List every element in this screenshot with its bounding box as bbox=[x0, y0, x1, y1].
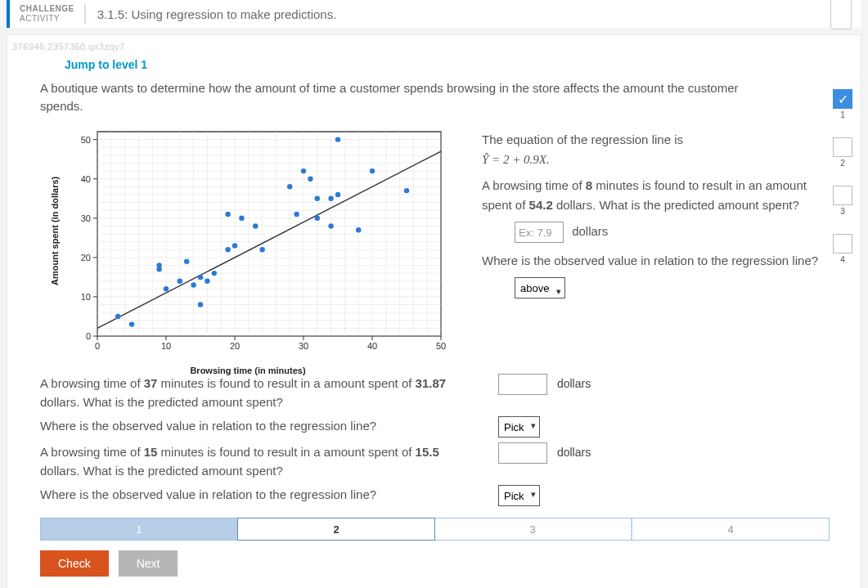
answer-5-unit: dollars bbox=[557, 446, 591, 459]
svg-point-89 bbox=[212, 271, 217, 276]
svg-text:20: 20 bbox=[81, 253, 91, 263]
svg-point-85 bbox=[191, 282, 196, 287]
answer-3-input[interactable] bbox=[498, 374, 547, 395]
svg-text:30: 30 bbox=[299, 341, 308, 351]
answer-5-input[interactable] bbox=[498, 442, 547, 464]
answer-6-select[interactable]: Pick bbox=[498, 485, 540, 506]
svg-point-105 bbox=[335, 192, 340, 197]
answer-1-unit: dollars bbox=[572, 224, 608, 238]
svg-point-86 bbox=[198, 302, 203, 307]
svg-point-93 bbox=[239, 216, 244, 221]
svg-point-94 bbox=[253, 223, 258, 228]
svg-point-95 bbox=[259, 247, 264, 252]
svg-point-90 bbox=[225, 212, 230, 217]
svg-point-107 bbox=[370, 168, 375, 173]
badge-line2: ACTIVITY bbox=[20, 14, 60, 23]
question-6: Where is the observed value in relation … bbox=[40, 485, 482, 506]
svg-text:10: 10 bbox=[81, 292, 91, 302]
svg-point-104 bbox=[335, 137, 340, 141]
progress-3[interactable]: 3 bbox=[434, 518, 632, 540]
answer-5-row: dollars bbox=[498, 442, 768, 480]
svg-text:10: 10 bbox=[161, 341, 171, 351]
svg-text:50: 50 bbox=[436, 341, 446, 351]
svg-point-79 bbox=[129, 321, 134, 326]
svg-line-77 bbox=[97, 151, 441, 328]
svg-text:0: 0 bbox=[95, 341, 100, 351]
equation: Ŷ = 2 + 0.9X. bbox=[482, 153, 550, 166]
svg-point-96 bbox=[287, 184, 292, 189]
answer-1-row: dollars bbox=[482, 222, 821, 243]
jump-to-level-link[interactable]: Jump to level 1 bbox=[7, 52, 861, 79]
svg-point-88 bbox=[205, 278, 209, 283]
bookmark-icon[interactable] bbox=[830, 0, 852, 29]
svg-point-101 bbox=[315, 216, 320, 221]
svg-point-106 bbox=[356, 227, 361, 232]
svg-point-102 bbox=[328, 223, 333, 228]
answer-2-row: above bbox=[482, 277, 821, 298]
svg-point-97 bbox=[294, 212, 299, 217]
progress-bar: 1 2 3 4 bbox=[40, 518, 830, 541]
answer-1-input[interactable] bbox=[515, 222, 564, 243]
svg-point-82 bbox=[164, 286, 169, 291]
header: CHALLENGE ACTIVITY 3.1.5: Using regressi… bbox=[7, 0, 861, 28]
svg-point-103 bbox=[328, 196, 333, 201]
svg-point-99 bbox=[308, 176, 313, 181]
svg-text:20: 20 bbox=[230, 341, 240, 351]
next-button[interactable]: Next bbox=[119, 550, 178, 577]
answer-6-row: Pick bbox=[498, 485, 768, 506]
svg-point-98 bbox=[301, 168, 306, 173]
svg-text:40: 40 bbox=[81, 174, 91, 184]
svg-point-92 bbox=[232, 243, 237, 248]
svg-text:40: 40 bbox=[367, 341, 377, 351]
answer-3-row: dollars bbox=[498, 374, 768, 411]
question-3: A browsing time of 37 minutes is found t… bbox=[40, 374, 482, 411]
svg-text:30: 30 bbox=[81, 213, 91, 223]
question-2: Where is the observed value in relation … bbox=[482, 251, 821, 271]
svg-point-81 bbox=[156, 267, 161, 272]
qx-id: 376946.2357360.qx3zqy7 bbox=[7, 42, 861, 52]
svg-text:0: 0 bbox=[86, 331, 91, 341]
svg-point-100 bbox=[315, 196, 320, 201]
challenge-badge: CHALLENGE ACTIVITY bbox=[10, 4, 86, 24]
progress-4[interactable]: 4 bbox=[632, 518, 829, 540]
chart-svg: 0102030405001020304050 bbox=[73, 127, 449, 357]
svg-point-83 bbox=[178, 278, 182, 283]
activity-card: 376946.2357360.qx3zqy7 Jump to level 1 ✓… bbox=[7, 34, 861, 588]
progress-2[interactable]: 2 bbox=[237, 518, 435, 541]
y-axis-label: Amount spent (in dollars) bbox=[50, 177, 60, 285]
svg-point-78 bbox=[115, 314, 120, 319]
answer-4-select[interactable]: Pick bbox=[498, 416, 540, 438]
svg-point-108 bbox=[404, 188, 409, 193]
scatter-chart: 0102030405001020304050 Amount spent (in … bbox=[40, 127, 456, 372]
answer-4-row: Pick bbox=[498, 416, 768, 438]
x-axis-label: Browsing time (in minutes) bbox=[190, 366, 305, 375]
eq-intro-text: The equation of the regression line is bbox=[482, 132, 683, 146]
question-4: Where is the observed value in relation … bbox=[40, 416, 482, 438]
svg-point-87 bbox=[198, 275, 203, 280]
svg-point-91 bbox=[225, 247, 230, 252]
answer-3-unit: dollars bbox=[557, 377, 591, 390]
svg-point-84 bbox=[184, 258, 189, 263]
problem-prompt: A boutique wants to determine how the am… bbox=[40, 79, 830, 115]
question-1: A browsing time of 8 minutes is found to… bbox=[482, 176, 821, 215]
equation-intro: The equation of the regression line is Ŷ… bbox=[482, 130, 821, 169]
svg-text:50: 50 bbox=[81, 135, 91, 145]
question-5: A browsing time of 15 minutes is found t… bbox=[40, 442, 482, 480]
progress-1[interactable]: 1 bbox=[41, 518, 238, 540]
badge-line1: CHALLENGE bbox=[20, 4, 74, 14]
activity-title: 3.1.5: Using regression to make predicti… bbox=[86, 7, 349, 21]
check-button[interactable]: Check bbox=[40, 550, 109, 577]
answer-2-select[interactable]: above bbox=[515, 277, 565, 298]
